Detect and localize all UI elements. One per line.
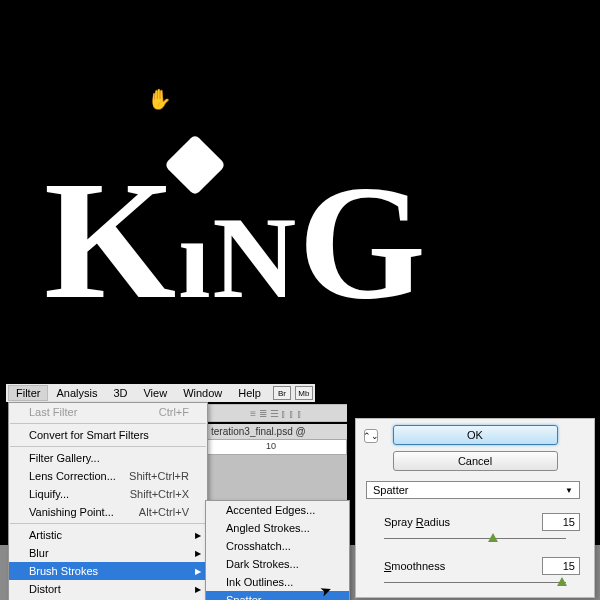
spray-radius-field: Spray Radius xyxy=(366,513,584,531)
smoothness-label: Smoothness xyxy=(384,560,445,572)
slider-thumb[interactable] xyxy=(557,577,567,586)
select-value: Spatter xyxy=(373,484,408,496)
options-bar: ≡ ≣ ☰ ⫿ ⫿ ⫿ xyxy=(205,404,347,422)
menu-separator xyxy=(10,523,206,524)
canvas-text-king: K ı N G xyxy=(44,155,426,325)
menu-item-liquify[interactable]: Liquify... Shift+Ctrl+X xyxy=(9,485,207,503)
ruler-tick-10: 10 xyxy=(266,441,276,451)
menu-item-convert-smart[interactable]: Convert for Smart Filters xyxy=(9,426,207,444)
shortcut: Shift+Ctrl+R xyxy=(129,470,189,482)
menu-item-brush-strokes[interactable]: Brush Strokes xyxy=(9,562,207,580)
smoothness-slider[interactable] xyxy=(384,577,566,587)
spray-radius-input[interactable] xyxy=(542,513,580,531)
label: Artistic xyxy=(29,529,62,541)
submenu-angled-strokes[interactable]: Angled Strokes... xyxy=(206,519,349,537)
label: Last Filter xyxy=(29,406,77,418)
glyph-g: G xyxy=(298,160,426,324)
document-tab[interactable]: teration3_final.psd @ xyxy=(205,424,347,440)
slider-track xyxy=(384,582,566,583)
label: Liquify... xyxy=(29,488,69,500)
menu-3d[interactable]: 3D xyxy=(105,385,135,401)
shortcut: Ctrl+F xyxy=(159,406,189,418)
menu-item-last-filter: Last Filter Ctrl+F xyxy=(9,403,207,421)
menu-help[interactable]: Help xyxy=(230,385,269,401)
menu-separator xyxy=(10,423,206,424)
menu-item-artistic[interactable]: Artistic xyxy=(9,526,207,544)
horizontal-ruler: 10 xyxy=(205,439,347,455)
shortcut: Shift+Ctrl+X xyxy=(130,488,189,500)
label: Distort xyxy=(29,583,61,595)
menu-separator xyxy=(10,446,206,447)
submenu-crosshatch[interactable]: Crosshatch... xyxy=(206,537,349,555)
menu-bar: Filter Analysis 3D View Window Help Br M… xyxy=(6,384,315,402)
chevron-down-icon: ▼ xyxy=(565,486,573,495)
spatter-dialog: ⌃⌄ OK Cancel Spatter ▼ Spray Radius Smoo… xyxy=(355,418,595,598)
smoothness-field: Smoothness xyxy=(366,557,584,575)
submenu-accented-edges[interactable]: Accented Edges... xyxy=(206,501,349,519)
bridge-icon[interactable]: Br xyxy=(273,386,291,400)
menu-item-filter-gallery[interactable]: Filter Gallery... xyxy=(9,449,207,467)
filter-menu: Last Filter Ctrl+F Convert for Smart Fil… xyxy=(8,402,208,600)
menu-window[interactable]: Window xyxy=(175,385,230,401)
menu-view[interactable]: View xyxy=(135,385,175,401)
label: Filter Gallery... xyxy=(29,452,100,464)
glyph-k: K xyxy=(44,155,178,325)
label: Lens Correction... xyxy=(29,470,116,482)
menu-item-distort[interactable]: Distort xyxy=(9,580,207,598)
ok-button[interactable]: OK xyxy=(393,425,558,445)
expand-button[interactable]: ⌃⌄ xyxy=(364,429,378,443)
label: Blur xyxy=(29,547,49,559)
minibridge-icon[interactable]: Mb xyxy=(295,386,313,400)
cancel-button[interactable]: Cancel xyxy=(393,451,558,471)
shortcut: Alt+Ctrl+V xyxy=(139,506,189,518)
glyph-n: N xyxy=(212,200,298,316)
spray-radius-label: Spray Radius xyxy=(384,516,450,528)
menu-item-blur[interactable]: Blur xyxy=(9,544,207,562)
glyph-i: ı xyxy=(178,155,212,325)
smoothness-input[interactable] xyxy=(542,557,580,575)
submenu-dark-strokes[interactable]: Dark Strokes... xyxy=(206,555,349,573)
label: Vanishing Point... xyxy=(29,506,114,518)
menu-filter[interactable]: Filter xyxy=(8,385,48,401)
slider-thumb[interactable] xyxy=(488,533,498,542)
menu-item-lens-correction[interactable]: Lens Correction... Shift+Ctrl+R xyxy=(9,467,207,485)
label: Convert for Smart Filters xyxy=(29,429,149,441)
spray-radius-slider[interactable] xyxy=(384,533,566,543)
filter-select[interactable]: Spatter ▼ xyxy=(366,481,580,499)
hand-tool-cursor: ✋ xyxy=(147,87,172,111)
menu-analysis[interactable]: Analysis xyxy=(48,385,105,401)
glyph-i-stem: ı xyxy=(178,200,212,316)
menu-item-vanishing-point[interactable]: Vanishing Point... Alt+Ctrl+V xyxy=(9,503,207,521)
slider-track xyxy=(384,538,566,539)
label: Brush Strokes xyxy=(29,565,98,577)
